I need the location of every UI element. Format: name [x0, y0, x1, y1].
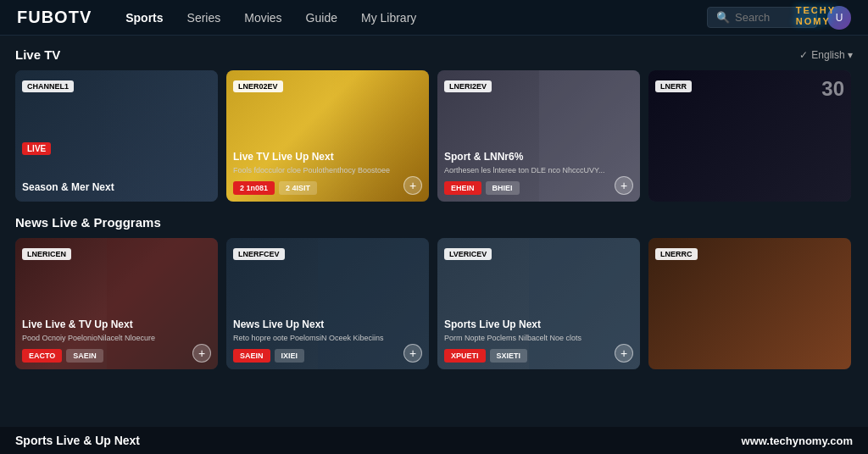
news-card-2[interactable]: LNERFCEV News Live Up Next Reto hopre oo…: [226, 238, 429, 369]
watermark: TECHY NOMY: [796, 5, 836, 27]
watch-button[interactable]: XPUETI: [444, 349, 486, 363]
card-subtitle: Aorthesen les lnteree ton DLE nco NhcccU…: [444, 166, 633, 176]
channel-badge: LNERRC: [655, 248, 698, 260]
live-tv-action[interactable]: ✓ English ▾: [799, 49, 853, 61]
live-tv-card-3[interactable]: LNERI2EV Sport & LNNr6% Aorthesen les ln…: [437, 70, 640, 202]
info-button[interactable]: IXIEI: [275, 349, 305, 363]
nav-library[interactable]: My Library: [361, 11, 416, 25]
live-tv-card-2[interactable]: LNER02EV Live TV Live Up Next Fools fdoc…: [226, 70, 429, 202]
info-button[interactable]: SXIETI: [490, 349, 528, 363]
channel-badge: LVERICEV: [444, 248, 492, 260]
card-title: News Live Up Next: [233, 318, 422, 332]
info-button[interactable]: BHIEI: [486, 181, 520, 195]
channel-badge: LNERR: [655, 80, 692, 92]
add-button[interactable]: +: [615, 344, 633, 363]
card-title: Sport & LNNr6%: [444, 151, 633, 164]
channel-badge: LNERI2EV: [444, 80, 492, 92]
watch-button[interactable]: EACTO: [22, 349, 62, 363]
card-buttons: 2 1n081 2 4ISIT: [233, 181, 422, 195]
card-title: Live Live & TV Up Next: [22, 318, 211, 332]
watch-button[interactable]: SAEIN: [233, 349, 270, 363]
news-card-1[interactable]: LNERICEN Live Live & TV Up Next Pood Ocn…: [15, 238, 218, 369]
nav-guide[interactable]: Guide: [306, 11, 337, 25]
card-subtitle: Reto hopre oote PoelomsiN Oceek Kibeciin…: [233, 334, 422, 344]
card-subtitle: Porm Nopte Poclems Nilbacelt Noe clots: [444, 334, 633, 344]
card-title: Sports Live Up Next: [444, 318, 633, 332]
channel-badge: LNER02EV: [233, 80, 283, 92]
live-tv-cards: CHANNEL1 LIVE Season & Mer Next LNER02EV…: [15, 70, 853, 202]
card-subtitle: Pood Ocnoiy PoelonioNilacelt Nloecure: [22, 334, 211, 344]
add-button[interactable]: +: [192, 344, 211, 363]
logo: FUBOTV: [17, 8, 92, 27]
main-nav: Sports Series Movies Guide My Library: [125, 11, 707, 25]
bottom-bar: Sports Live & Up Next www.techynomy.com: [0, 427, 868, 454]
news-card-3[interactable]: LVERICEV Sports Live Up Next Porm Nopte …: [437, 238, 640, 369]
news-section-header: News Live & Proggrams: [15, 215, 853, 230]
card-buttons: EACTO SAEIN: [22, 349, 211, 363]
nav-movies[interactable]: Movies: [244, 11, 281, 25]
info-button[interactable]: 2 4ISIT: [279, 181, 317, 195]
sports-section-title: Sports Live & Up Next: [15, 434, 140, 447]
add-button[interactable]: +: [615, 176, 633, 195]
live-tv-title: Live TV: [15, 47, 60, 62]
news-title: News Live & Proggrams: [15, 215, 161, 230]
live-tv-card-4[interactable]: LNERR 30: [648, 70, 851, 202]
watch-button[interactable]: EHEIN: [444, 181, 481, 195]
card-title: Season & Mer Next: [22, 181, 211, 195]
live-tv-section-header: Live TV ✓ English ▾: [15, 47, 853, 62]
add-button[interactable]: +: [403, 176, 422, 195]
checkmark-icon: ✓: [799, 49, 808, 61]
card-buttons: SAEIN IXIEI: [233, 349, 422, 363]
card-buttons: XPUETI SXIETI: [444, 349, 633, 363]
live-badge: LIVE: [22, 142, 51, 155]
news-card-4[interactable]: LNERRC: [648, 238, 851, 369]
bottom-watermark: www.techynomy.com: [742, 435, 853, 447]
add-button[interactable]: +: [403, 344, 422, 363]
card-subtitle: Fools fdocculor cloe Poulothenthocy Boos…: [233, 166, 422, 176]
watch-button[interactable]: 2 1n081: [233, 181, 275, 195]
card-title: Live TV Live Up Next: [233, 151, 422, 164]
channel-badge: LNERFCEV: [233, 248, 285, 260]
live-tv-card-1[interactable]: CHANNEL1 LIVE Season & Mer Next: [15, 70, 218, 202]
channel-badge: LNERICEN: [22, 248, 71, 260]
news-cards: LNERICEN Live Live & TV Up Next Pood Ocn…: [15, 238, 853, 369]
nav-series[interactable]: Series: [187, 11, 221, 25]
num-badge: 30: [821, 77, 844, 101]
info-button[interactable]: SAEIN: [66, 349, 103, 363]
search-icon: 🔍: [716, 11, 730, 24]
card-buttons: EHEIN BHIEI: [444, 181, 633, 195]
channel-badge: CHANNEL1: [22, 80, 74, 92]
nav-sports[interactable]: Sports: [125, 11, 163, 25]
